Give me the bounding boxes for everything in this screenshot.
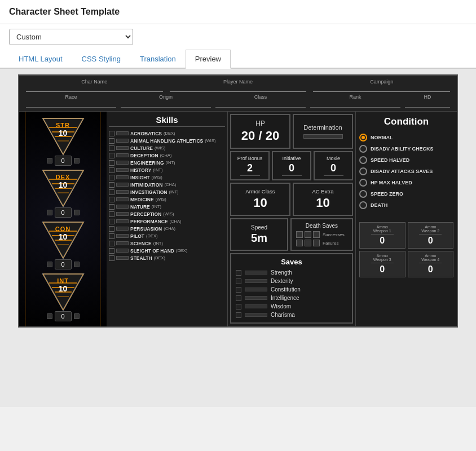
player-name-input[interactable] xyxy=(170,85,307,92)
skill-checkbox[interactable] xyxy=(109,233,114,239)
radio-death[interactable] xyxy=(359,201,367,209)
skill-history: HISTORY (INT) xyxy=(109,166,225,174)
condition-death: DEATH xyxy=(359,200,453,211)
ammo-weapon2: AmmoWeapon 2 0 xyxy=(408,222,454,249)
save-checkbox[interactable] xyxy=(236,312,241,318)
ammo-weapon4: AmmoWeapon 4 0 xyxy=(408,251,454,277)
determination-box: Determination xyxy=(293,114,353,149)
hp-label: HP xyxy=(255,120,265,127)
tabs-bar: HTML Layout CSS Styling Translation Prev… xyxy=(0,50,476,69)
skill-checkbox[interactable] xyxy=(109,182,114,188)
radio-normal[interactable] xyxy=(359,134,367,142)
ammo-w4-value: 0 xyxy=(428,264,433,275)
stat-con: CON 10 0 xyxy=(38,220,89,269)
save-wisdom: Wisdom xyxy=(235,302,349,311)
radio-speed-halved[interactable] xyxy=(359,156,367,164)
save-dexterity: Dexterity xyxy=(235,277,349,285)
char-name-label: Char Name xyxy=(81,79,107,85)
origin-label: Origin xyxy=(159,94,173,100)
skill-checkbox[interactable] xyxy=(109,219,114,224)
save-checkbox[interactable] xyxy=(236,304,241,309)
successes-label: Successes xyxy=(323,232,345,237)
skills-title: Skills xyxy=(109,115,225,127)
sheet-header: Char Name Player Name Campaign Race xyxy=(19,76,457,112)
skill-checkbox[interactable] xyxy=(109,131,114,136)
dex-value: 10 xyxy=(59,180,68,189)
skill-animal-handling: ANIMAL HANDLING ATHLETICS (WIS) xyxy=(109,137,225,144)
speed-box: Speed 5m xyxy=(230,218,288,251)
toolbar: Custom xyxy=(0,24,476,50)
campaign-label: Campaign xyxy=(370,79,393,85)
skill-checkbox[interactable] xyxy=(109,211,114,217)
save-checkbox[interactable] xyxy=(236,270,241,276)
radio-disadv-attacks[interactable] xyxy=(359,167,367,175)
str-label: STR xyxy=(56,122,70,129)
skill-checkbox[interactable] xyxy=(109,145,114,151)
ammo-w1-value: 0 xyxy=(380,236,385,246)
tab-translation[interactable]: Translation xyxy=(130,50,186,69)
char-name-input[interactable] xyxy=(26,85,163,92)
skill-checkbox[interactable] xyxy=(109,138,114,144)
skill-checkbox[interactable] xyxy=(109,189,114,195)
radio-speed-zero[interactable] xyxy=(359,190,367,198)
top-row: HP 20 / 20 Determination xyxy=(228,112,457,326)
stat-int: INT 10 0 xyxy=(38,272,89,321)
skill-checkbox[interactable] xyxy=(109,197,114,202)
int-value: 10 xyxy=(59,284,68,293)
tab-css-styling[interactable]: CSS Styling xyxy=(72,50,130,69)
character-sheet: Char Name Player Name Campaign Race xyxy=(18,74,458,328)
skill-nature: NATURE (INT) xyxy=(109,203,225,210)
radio-hp-max-halved[interactable] xyxy=(359,179,367,187)
moxie-box: Moxie 0 xyxy=(314,151,353,180)
campaign-input[interactable] xyxy=(313,85,450,92)
skill-deception: DECEPTION (CHA) xyxy=(109,152,225,159)
skills-column: Skills ACROBATICS (DEX) ANIMAL HANDLING … xyxy=(107,112,228,326)
tab-html-layout[interactable]: HTML Layout xyxy=(9,50,72,69)
save-intelligence: Intelligence xyxy=(235,294,349,302)
radio-disadv-ability[interactable] xyxy=(359,145,367,153)
dex-label: DEX xyxy=(56,174,70,180)
save-checkbox[interactable] xyxy=(236,295,241,301)
tab-preview[interactable]: Preview xyxy=(186,50,231,69)
condition-speed-zero: SPEED ZERO xyxy=(359,188,453,200)
failures-label: Failures xyxy=(323,241,338,246)
skill-checkbox[interactable] xyxy=(109,241,114,246)
prof-bonus-label: Prof Bonus xyxy=(237,156,263,161)
skill-checkbox[interactable] xyxy=(109,160,114,166)
skill-checkbox[interactable] xyxy=(109,248,114,254)
save-strength: Strength xyxy=(235,268,349,277)
class-label: Class xyxy=(254,94,267,100)
condition-speed-halved: SPEED HALVED xyxy=(359,154,453,166)
preview-area: Char Name Player Name Campaign Race xyxy=(0,69,476,407)
skill-checkbox[interactable] xyxy=(109,175,114,180)
skill-science: SCIENCE (INT) xyxy=(109,240,225,247)
skill-checkbox[interactable] xyxy=(109,153,114,158)
skill-sleight: SLEIGHT OF HAND (DEX) xyxy=(109,247,225,254)
condition-disadv-ability: DISADV ABILITY CHECKS xyxy=(359,143,453,154)
stat-str: STR 10 0 xyxy=(38,116,89,166)
str-value: 10 xyxy=(59,129,68,138)
rank-label: Rank xyxy=(349,94,361,100)
ammo-weapon1: AmmoWeapon 1 0 xyxy=(359,222,406,249)
skill-checkbox[interactable] xyxy=(109,255,114,261)
condition-hp-max-halved: HP MAX HALVED xyxy=(359,177,453,188)
save-charisma: Charisma xyxy=(235,311,349,319)
skill-checkbox[interactable] xyxy=(109,226,114,232)
skill-checkbox[interactable] xyxy=(109,167,114,173)
template-select[interactable]: Custom xyxy=(9,29,133,45)
initiative-label: Initiative xyxy=(282,156,301,161)
determination-label: Determination xyxy=(303,124,342,131)
ac-extra-box: AC Extra 10 xyxy=(293,183,353,216)
skill-checkbox[interactable] xyxy=(109,204,114,210)
armor-class-box: Armor Class 10 xyxy=(230,183,290,216)
ammo-w2-value: 0 xyxy=(428,236,433,246)
skill-engineering: ENGINEERING (INT) xyxy=(109,159,225,166)
save-checkbox[interactable] xyxy=(236,278,241,284)
center-right-panel: HP 20 / 20 Determination xyxy=(228,112,457,326)
ac-extra-value: 10 xyxy=(316,196,329,210)
death-saves-label: Death Saves xyxy=(296,223,347,229)
prof-bonus-box: Prof Bonus 2 xyxy=(230,151,270,180)
initiative-box: Initiative 0 xyxy=(272,151,311,180)
save-checkbox[interactable] xyxy=(236,287,241,293)
hp-value: 20 / 20 xyxy=(241,129,279,143)
